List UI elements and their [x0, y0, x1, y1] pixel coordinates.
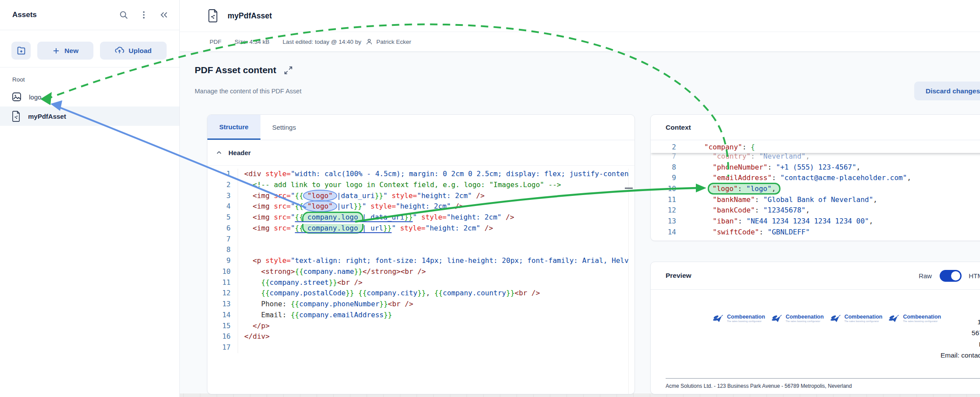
context-line-9[interactable]: 9 "emailAddress": "contact@acme-placehol… — [651, 173, 980, 184]
pdf-file-icon — [11, 111, 21, 122]
editor-line-4[interactable]: 4 <img src="{{ "logo" |url}}" style="hei… — [207, 201, 628, 212]
editor-line-12[interactable]: 12 {{company.postalCode}} {{company.city… — [207, 288, 628, 299]
line-number: 8 — [207, 245, 238, 255]
sidebar-item-myPdfAsset[interactable]: myPdfAsset — [0, 106, 179, 126]
sidebar-title: Assets — [12, 11, 108, 19]
logo-name: Combeenation — [786, 314, 824, 320]
context-title: Context — [651, 115, 980, 140]
line-number: 2 — [651, 142, 682, 153]
editor-line-5[interactable]: 5 <img src="{{ company.logo | data_uri}}… — [207, 212, 628, 223]
line-number: 8 — [651, 162, 682, 173]
line-number: 13 — [207, 299, 238, 310]
line-content — [238, 342, 244, 353]
context-sticky-line: 2"company": { — [651, 142, 980, 153]
line-number: 12 — [207, 288, 238, 299]
line-number: 6 — [207, 223, 238, 234]
line-content: "phoneNumber": "+1 (555) 123-4567", — [682, 162, 860, 173]
discard-changes-button[interactable]: Discard changes — [914, 82, 980, 100]
tab-settings[interactable]: Settings — [260, 115, 308, 140]
new-folder-button[interactable] — [11, 42, 31, 60]
editor-line-6[interactable]: 6 <img src="{{ company.logo | url}}" sty… — [207, 223, 628, 234]
pdf-file-icon — [207, 9, 219, 22]
line-content: Phone: {{company.phoneNumber}}<br /> — [238, 299, 413, 310]
sidebar-item-logo[interactable]: logo — [0, 87, 179, 106]
preview-address-line: 123 Business Park Avenue — [826, 316, 980, 328]
line-content: "bankName": "Global Bank of Neverland", — [682, 195, 877, 206]
editor-line-11[interactable]: 11 {{company.street}}<br /> — [207, 277, 628, 288]
line-number: 13 — [651, 216, 682, 227]
raw-html-toggle[interactable] — [940, 270, 962, 282]
preview-divider — [666, 378, 980, 379]
tab-structure[interactable]: Structure — [207, 115, 260, 140]
editor-line-10[interactable]: 10 <strong>{{company.name}}</strong><br … — [207, 266, 628, 277]
editor-line-17[interactable]: 17 — [207, 342, 628, 353]
upload-button[interactable]: Upload — [100, 42, 167, 60]
expand-icon[interactable] — [284, 66, 293, 75]
image-icon — [11, 92, 22, 102]
line-content: <img src="{{ company.logo | url}}" style… — [238, 223, 493, 234]
preview-panel: Preview Raw HTML CombeenationThe sales b… — [650, 262, 980, 394]
line-number: 11 — [651, 195, 682, 206]
cloud-upload-icon — [115, 46, 124, 55]
chevron-up-icon — [216, 149, 222, 156]
asset-type-label: PDF — [210, 39, 221, 45]
editor-line-8[interactable]: 8 — [207, 245, 628, 255]
editor-line-15[interactable]: 15 </p> — [207, 321, 628, 332]
editor-line-9[interactable]: 9 <p style="text-align: right; font-size… — [207, 255, 628, 266]
line-number: 1 — [207, 169, 238, 180]
kebab-menu-icon[interactable] — [139, 10, 149, 20]
line-number: 17 — [207, 342, 238, 353]
line-number: 14 — [651, 227, 682, 238]
editor-line-3[interactable]: 3 <img src="{{ "logo" |data_uri}}" style… — [207, 191, 628, 202]
person-icon — [366, 38, 373, 45]
line-number: 9 — [207, 255, 238, 266]
editor-tabs: StructureSettings — [207, 115, 634, 140]
context-line-8[interactable]: 8 "phoneNumber": "+1 (555) 123-4567", — [651, 162, 980, 173]
line-number: 10 — [651, 184, 682, 195]
editor-scrollbar-track[interactable] — [628, 169, 629, 394]
context-line-14[interactable]: 14 "swiftCode": "GBNLDEFF" — [651, 227, 980, 238]
preview-address-line: 56789 Metropolis, Neverland — [826, 327, 980, 339]
line-content: <img src="{{ "logo" |data_uri}}" style="… — [238, 191, 485, 202]
context-line-11[interactable]: 11 "bankName": "Global Bank of Neverland… — [651, 195, 980, 206]
search-icon[interactable] — [119, 10, 128, 20]
line-number: 9 — [651, 173, 682, 184]
editor-line-2[interactable]: 2 <!-- add link to your logo in Context … — [207, 180, 628, 191]
asset-title-row: myPdfAsset — [180, 0, 980, 32]
editor-line-1[interactable]: 1<div style="width: calc(100% - 4.5cm); … — [207, 169, 628, 180]
html-label: HTML — [969, 272, 980, 280]
line-number: 12 — [651, 205, 682, 216]
collapse-sidebar-icon[interactable] — [159, 10, 169, 20]
context-line-13[interactable]: 13 "iban": "NE44 1234 1234 1234 1234 00"… — [651, 216, 980, 227]
line-content: <div style="width: calc(100% - 4.5cm); m… — [238, 169, 628, 180]
preview-address-line: Acme Solutions Ltd. — [826, 305, 980, 316]
editor-line-13[interactable]: 13 Phone: {{company.phoneNumber}}<br /> — [207, 299, 628, 310]
line-content: "iban": "NE44 1234 1234 1234 1234 00", — [682, 216, 873, 227]
new-asset-button[interactable]: New — [37, 42, 93, 60]
asset-item-label: logo — [29, 93, 41, 101]
context-line-12[interactable]: 12 "bankCode": "12345678", — [651, 205, 980, 216]
line-content: "bankCode": "12345678", — [682, 205, 810, 216]
asset-list: logomyPdfAsset — [0, 87, 179, 126]
header-section-toggle[interactable]: Header — [207, 140, 634, 166]
editor-line-16[interactable]: 16</div> — [207, 331, 628, 342]
context-line-10[interactable]: 10 "logo": "logo", — [651, 184, 980, 195]
line-content — [238, 234, 244, 245]
asset-header: myPdfAsset PDF Size: 4.34 kB Last edited… — [180, 0, 980, 52]
editor-line-14[interactable]: 14 Email: {{company.emailAddress}} — [207, 310, 628, 321]
code-editor[interactable]: 1<div style="width: calc(100% - 4.5cm); … — [207, 169, 628, 394]
editor-line-7[interactable]: 7 — [207, 234, 628, 245]
line-content: "emailAddress": "contact@acme-placeholde… — [682, 173, 911, 184]
page-title: PDF Asset content — [195, 65, 276, 75]
line-content: Email: {{company.emailAddress}} — [238, 310, 392, 321]
sidebar-actions: New Upload — [0, 30, 179, 67]
toggle-knob — [951, 271, 960, 280]
logo-text: CombeenationThe sales boosting configura… — [786, 314, 824, 323]
line-content: {{company.postalCode}} {{company.city}},… — [238, 288, 540, 299]
preview-title: Preview — [666, 272, 919, 280]
line-content: <!-- add link to your logo in Context fi… — [238, 180, 561, 191]
context-code[interactable]: 2"company": { 7 "country": "Neverland",8… — [651, 142, 980, 240]
line-number: 14 — [207, 310, 238, 321]
assets-sidebar: Assets New Upload Root logomyPdfAsset — [0, 0, 180, 397]
logo-tagline: The sales boosting configurator — [727, 320, 765, 323]
